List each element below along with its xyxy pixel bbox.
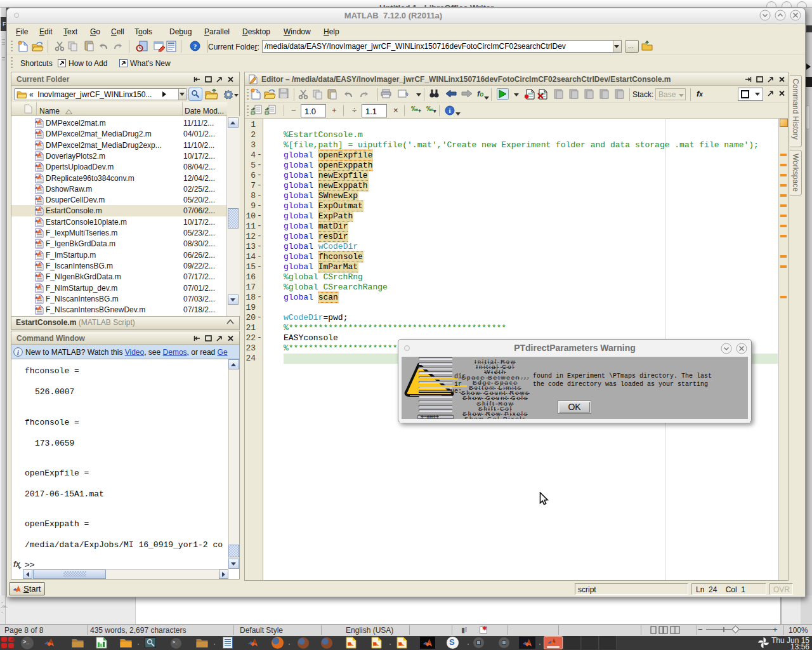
svg-text:?: ? (193, 43, 197, 50)
svg-text:i: i (17, 349, 19, 356)
svg-text:i: i (449, 107, 450, 114)
